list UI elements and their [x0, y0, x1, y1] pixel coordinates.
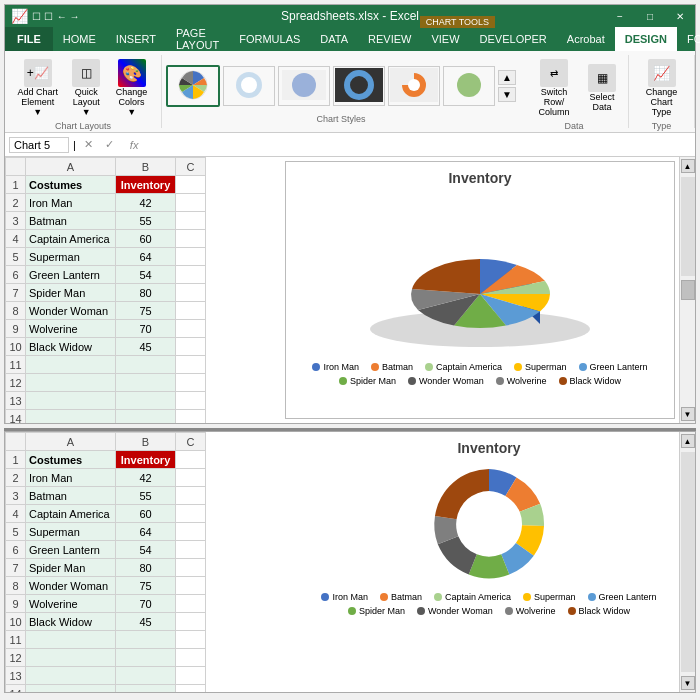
- cell-inventory[interactable]: 55: [116, 212, 176, 230]
- cell-empty[interactable]: [176, 451, 206, 469]
- tab-review[interactable]: REVIEW: [358, 27, 421, 51]
- scroll-down-button[interactable]: ▼: [681, 407, 695, 421]
- cell-costume[interactable]: Spider Man: [26, 559, 116, 577]
- cell-inventory[interactable]: 45: [116, 338, 176, 356]
- cell-empty[interactable]: [176, 374, 206, 392]
- cell-inventory[interactable]: [116, 410, 176, 424]
- cell-inventory[interactable]: 55: [116, 487, 176, 505]
- cell-costume[interactable]: [26, 685, 116, 693]
- tab-file[interactable]: FILE: [5, 27, 53, 51]
- cell-costume[interactable]: Iron Man: [26, 194, 116, 212]
- cell-inventory[interactable]: [116, 649, 176, 667]
- cell-empty[interactable]: [176, 338, 206, 356]
- header-col-b[interactable]: B: [116, 158, 176, 176]
- cell-empty[interactable]: [176, 320, 206, 338]
- tab-page-layout[interactable]: PAGE LAYOUT: [166, 27, 229, 51]
- cell-empty[interactable]: [176, 248, 206, 266]
- formula-input[interactable]: [150, 139, 691, 151]
- bottom-header-col-a[interactable]: A: [26, 433, 116, 451]
- cell-inventory[interactable]: 42: [116, 469, 176, 487]
- name-box[interactable]: [9, 137, 69, 153]
- cell-inventory[interactable]: 64: [116, 523, 176, 541]
- style-scroll-buttons[interactable]: ▲ ▼: [498, 70, 516, 102]
- cell-costume[interactable]: Batman: [26, 212, 116, 230]
- scroll-up-button[interactable]: ▲: [681, 159, 695, 173]
- change-colors-button[interactable]: 🎨 ChangeColors ▼: [110, 57, 153, 119]
- chart-style-2[interactable]: [223, 66, 275, 106]
- cell-costume[interactable]: Captain America: [26, 505, 116, 523]
- cell-inventory[interactable]: 70: [116, 595, 176, 613]
- cell-empty[interactable]: [176, 284, 206, 302]
- change-chart-type-button[interactable]: 📈 ChangeChart Type: [637, 57, 686, 119]
- style-scroll-up[interactable]: ▲: [498, 70, 516, 85]
- minimize-button[interactable]: −: [605, 5, 635, 27]
- cell-empty[interactable]: [176, 577, 206, 595]
- scrollbar-right[interactable]: ▲ ▼: [679, 157, 695, 423]
- cell-empty[interactable]: [176, 176, 206, 194]
- chart-style-3[interactable]: [278, 66, 330, 106]
- tab-acrobat[interactable]: Acrobat: [557, 27, 615, 51]
- cell-empty[interactable]: [176, 613, 206, 631]
- cell-costume[interactable]: Black Widow: [26, 613, 116, 631]
- cell-costume[interactable]: Wonder Woman: [26, 302, 116, 320]
- chart-style-5[interactable]: [388, 66, 440, 106]
- cell-inventory[interactable]: 80: [116, 559, 176, 577]
- cell-inventory[interactable]: 45: [116, 613, 176, 631]
- tab-developer[interactable]: DEVELOPER: [470, 27, 557, 51]
- cell-empty[interactable]: [176, 631, 206, 649]
- cell-inventory[interactable]: Inventory: [116, 176, 176, 194]
- header-col-c[interactable]: C: [176, 158, 206, 176]
- tab-data[interactable]: DATA: [310, 27, 358, 51]
- cell-empty[interactable]: [176, 392, 206, 410]
- cell-empty[interactable]: [176, 194, 206, 212]
- cell-empty[interactable]: [176, 595, 206, 613]
- tab-format[interactable]: FORMAT: [677, 27, 700, 51]
- bottom-header-col-c[interactable]: C: [176, 433, 206, 451]
- scroll-track[interactable]: [681, 177, 695, 276]
- cell-costume[interactable]: [26, 392, 116, 410]
- cell-inventory[interactable]: 75: [116, 302, 176, 320]
- cell-costume[interactable]: Costumes: [26, 176, 116, 194]
- close-button[interactable]: ✕: [665, 5, 695, 27]
- cell-empty[interactable]: [176, 469, 206, 487]
- cell-inventory[interactable]: 70: [116, 320, 176, 338]
- cell-inventory[interactable]: [116, 667, 176, 685]
- cell-costume[interactable]: Wonder Woman: [26, 577, 116, 595]
- cell-inventory[interactable]: [116, 374, 176, 392]
- cell-costume[interactable]: Black Widow: [26, 338, 116, 356]
- cell-inventory[interactable]: 42: [116, 194, 176, 212]
- cell-costume[interactable]: [26, 649, 116, 667]
- bottom-header-col-b[interactable]: B: [116, 433, 176, 451]
- cell-empty[interactable]: [176, 559, 206, 577]
- cell-empty[interactable]: [176, 523, 206, 541]
- style-scroll-down[interactable]: ▼: [498, 87, 516, 102]
- cell-empty[interactable]: [176, 212, 206, 230]
- cell-costume[interactable]: [26, 631, 116, 649]
- cell-empty[interactable]: [176, 266, 206, 284]
- tab-formulas[interactable]: FORMULAS: [229, 27, 310, 51]
- cell-inventory[interactable]: [116, 685, 176, 693]
- cell-costume[interactable]: Wolverine: [26, 320, 116, 338]
- cell-costume[interactable]: [26, 374, 116, 392]
- cell-empty[interactable]: [176, 410, 206, 424]
- header-col-a[interactable]: A: [26, 158, 116, 176]
- tab-design[interactable]: DESIGN: [615, 27, 677, 51]
- tab-view[interactable]: VIEW: [421, 27, 469, 51]
- add-chart-element-button[interactable]: +📈 Add ChartElement ▼: [13, 57, 62, 119]
- cell-costume[interactable]: [26, 410, 116, 424]
- bottom-scroll-down-button[interactable]: ▼: [681, 676, 695, 690]
- bottom-scroll-track[interactable]: [681, 452, 695, 672]
- cell-empty[interactable]: [176, 487, 206, 505]
- cell-inventory[interactable]: [116, 392, 176, 410]
- cell-costume[interactable]: Batman: [26, 487, 116, 505]
- bottom-scroll-up-button[interactable]: ▲: [681, 434, 695, 448]
- chart-style-4[interactable]: [333, 66, 385, 106]
- cell-empty[interactable]: [176, 541, 206, 559]
- select-data-button[interactable]: ▦ SelectData: [584, 62, 620, 114]
- cell-inventory[interactable]: 60: [116, 505, 176, 523]
- cell-costume[interactable]: Spider Man: [26, 284, 116, 302]
- cell-inventory[interactable]: 64: [116, 248, 176, 266]
- chart-style-6[interactable]: [443, 66, 495, 106]
- cell-costume[interactable]: Superman: [26, 248, 116, 266]
- cell-costume[interactable]: [26, 667, 116, 685]
